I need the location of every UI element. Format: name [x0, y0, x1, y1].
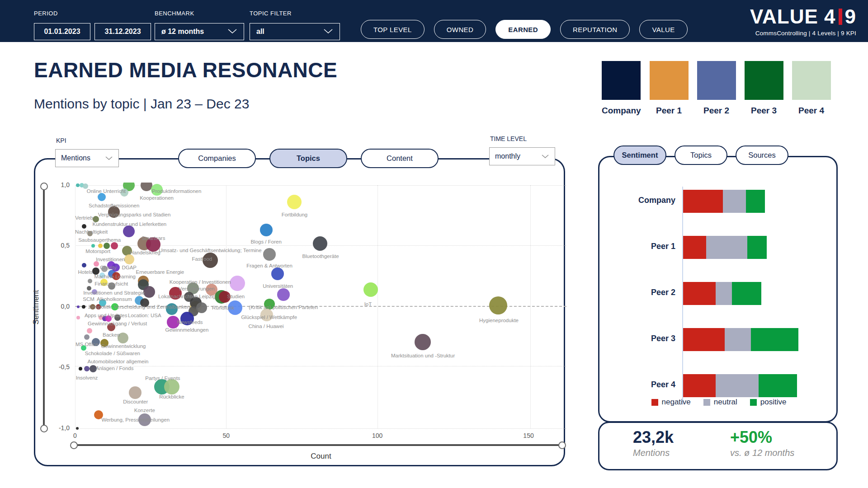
bar-segment-neutral[interactable]: [725, 328, 751, 351]
legend-item-negative: negative: [651, 398, 691, 407]
bar-segment-neutral[interactable]: [716, 282, 732, 305]
benchmark-value: ø 12 months: [161, 28, 204, 36]
time-level-value: monthly: [495, 152, 520, 160]
bar-segment-negative[interactable]: [683, 374, 716, 397]
tab-topics[interactable]: Topics: [269, 149, 347, 168]
bar-segment-negative[interactable]: [683, 236, 706, 259]
y-slider-top-handle[interactable]: [40, 183, 48, 190]
chevron-down-icon: [105, 154, 113, 162]
bubble-label: Smartcars: [142, 235, 165, 241]
dashboard: PERIOD 01.01.2023 31.12.2023 BENCHMARK ø…: [0, 0, 868, 488]
x-slider-left-handle[interactable]: [70, 441, 78, 449]
bubble-label: Schokolade / Süßwaren: [85, 351, 140, 356]
bubble-label: Handelskrieg: [130, 250, 160, 255]
tab-content[interactable]: Content: [361, 149, 439, 168]
tab-companies[interactable]: Companies: [178, 149, 256, 168]
bar-segment-positive[interactable]: [746, 190, 765, 213]
bar-category-label: Peer 1: [601, 242, 675, 251]
bubble-label: Versicherungen: [179, 286, 215, 291]
bubble-label: Rückblicke: [159, 394, 184, 399]
bar-segment-positive[interactable]: [747, 236, 767, 259]
y-tick: -0,5: [49, 363, 70, 371]
bubble-label: Fastfood: [192, 256, 212, 262]
bar-segment-positive[interactable]: [732, 282, 761, 305]
legend-label: Peer 3: [751, 106, 777, 116]
bubble-label: Konzerte: [134, 408, 155, 413]
logo-accent: 9: [845, 5, 856, 28]
bar-segment-negative[interactable]: [683, 282, 716, 305]
company-legend-item: Peer 2: [697, 61, 736, 116]
bubble-label: Location: USA: [128, 313, 161, 318]
bar-segment-positive[interactable]: [759, 374, 797, 397]
logo-subtitle: CommsControlling | 4 Levels | 9 KPI: [750, 30, 856, 37]
bar-segment-neutral[interactable]: [723, 190, 746, 213]
bubble-label: Blogs / Foren: [250, 239, 281, 244]
y-tick: 0,5: [49, 242, 70, 249]
period-from-field[interactable]: 01.01.2023: [34, 23, 90, 40]
page-subtitle: Mentions by topic | Jan 23 – Dec 23: [34, 96, 249, 112]
bar-segment-neutral[interactable]: [716, 374, 759, 397]
bubble-label: Universitäten: [263, 283, 293, 289]
y-tick: -1,0: [49, 424, 70, 432]
bubble-label: Zinspolitik: [88, 304, 111, 310]
legend-swatch: [792, 61, 831, 100]
bubble-label: Machine Learning: [94, 274, 136, 279]
period-to-field[interactable]: 31.12.2023: [94, 23, 151, 40]
company-legend-item: Peer 1: [650, 61, 689, 116]
company-legend-item: Company: [602, 61, 641, 116]
bubble-label: Produktinformationen: [152, 188, 201, 194]
topic-filter-dropdown[interactable]: all: [250, 23, 340, 40]
bubble-label: Kundenstruktur und Lieferketten: [93, 221, 167, 227]
kpi-value: Mentions: [61, 154, 90, 162]
bubble-label: Werbung, Pressemitteilungen: [101, 417, 170, 422]
chevron-down-icon: [323, 28, 333, 36]
company-legend: CompanyPeer 1Peer 2Peer 3Peer 4: [602, 61, 831, 116]
bubble-label: Partys / Events: [145, 375, 180, 381]
legend-label: negative: [662, 398, 691, 407]
bubble-label: Nachhaltigkeit: [75, 229, 108, 235]
x-range-slider: [74, 444, 562, 446]
bubble-label: Discounter: [123, 399, 148, 404]
nav-reputation[interactable]: REPUTATION: [560, 20, 630, 39]
bar-segment-positive[interactable]: [751, 328, 798, 351]
side-tab-sentiment[interactable]: Sentiment: [613, 145, 666, 165]
y-slider-bottom-handle[interactable]: [40, 425, 48, 432]
bubble-label: Finanzaufsicht: [94, 281, 128, 286]
top-bar: PERIOD 01.01.2023 31.12.2023 BENCHMARK ø…: [0, 0, 868, 42]
x-tick: 50: [223, 432, 230, 439]
bubble-label: Fragen & Antworten: [246, 263, 292, 268]
topic-filter-value: all: [256, 28, 264, 36]
legend-swatch: [697, 61, 736, 100]
nav-earned[interactable]: EARNED: [495, 20, 551, 39]
legend-label: positive: [760, 398, 787, 407]
side-tab-sources[interactable]: Sources: [736, 145, 788, 165]
bubble-label: Hygieneprodukte: [479, 318, 519, 323]
x-tick: 100: [372, 432, 382, 439]
legend-swatch: [703, 399, 710, 406]
mentions-stat: 23,2k Mentions: [633, 428, 674, 458]
bubble-label: Lokalnachrichten Leipzig: [158, 294, 216, 299]
mentions-stat-label: Mentions: [633, 448, 674, 458]
bar-segment-negative[interactable]: [683, 328, 725, 351]
legend-swatch: [651, 399, 658, 406]
y-tick: 1,0: [49, 181, 70, 188]
legend-swatch: [745, 61, 783, 100]
bar-segment-neutral[interactable]: [706, 236, 747, 259]
bar-segment-negative[interactable]: [683, 190, 723, 213]
nav-owned[interactable]: OWNED: [434, 20, 486, 39]
y-range-slider: [43, 186, 45, 428]
legend-swatch: [602, 61, 641, 100]
time-level-dropdown[interactable]: monthly: [489, 147, 555, 165]
bubble-label: Erneuerbare Energie: [136, 269, 184, 275]
benchmark-dropdown[interactable]: ø 12 months: [155, 23, 244, 40]
nav-top-level[interactable]: TOP LEVEL: [361, 20, 425, 39]
change-stat: +50% vs. ø 12 months: [730, 428, 794, 458]
x-slider-right-handle[interactable]: [558, 441, 566, 449]
side-tab-topics[interactable]: Topics: [675, 145, 727, 165]
legend-label: Peer 1: [656, 106, 682, 116]
change-stat-label: vs. ø 12 months: [730, 448, 794, 458]
kpi-dropdown[interactable]: Mentions: [55, 149, 119, 167]
period-label: PERIOD: [34, 10, 58, 17]
bubble-label: Fortbildung: [282, 212, 308, 217]
nav-value[interactable]: VALUE: [639, 20, 687, 39]
